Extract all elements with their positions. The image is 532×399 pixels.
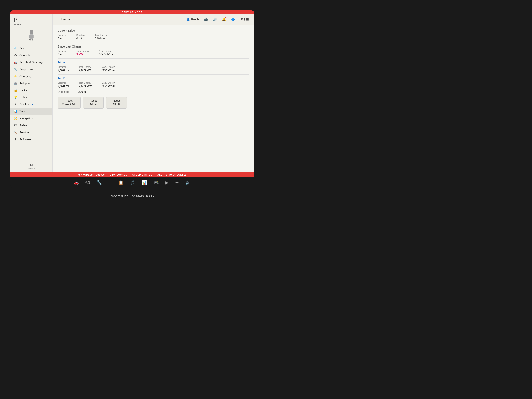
reset-trip-b-button[interactable]: ResetTrip B <box>106 97 127 109</box>
loaner-label: Loaner <box>61 18 71 21</box>
pedals-icon: 🚗 <box>14 61 17 64</box>
nav-locks-label: Locks <box>19 89 27 92</box>
trip-b-total-energy-label: Total Energy <box>79 82 93 84</box>
car-silhouette <box>26 27 37 44</box>
gtw-text: GTW LOCKED <box>110 173 127 176</box>
nav-charging[interactable]: ⚡ Charging <box>10 73 52 80</box>
alerts-text: ALERTS TO CHECK: 22 <box>157 173 187 176</box>
divider-1 <box>58 43 249 43</box>
trip-a-total-energy-label: Total Energy <box>79 66 93 68</box>
display-dot <box>32 104 33 105</box>
nav-locks[interactable]: 🔒 Locks <box>10 87 52 94</box>
charge-energy-total-label: Total Energy <box>76 50 89 52</box>
nav-safety[interactable]: 🛡 Safety <box>10 122 52 129</box>
nav-lights[interactable]: 💡 Lights <box>10 94 52 101</box>
charging-icon: ⚡ <box>14 75 17 78</box>
odometer-label: Odometer <box>58 90 70 93</box>
gear-status: Parked <box>14 23 21 25</box>
nav-suspension[interactable]: 🔧 Suspension <box>10 66 52 73</box>
since-charge-stats: Distance 6 mi Total Energy 3 kWh Avg. En… <box>58 50 249 56</box>
search-icon: 🔍 <box>14 46 17 50</box>
nav-navigation[interactable]: 🧭 Navigation <box>10 115 52 122</box>
trip-b-distance-value: 7,370 mi <box>58 84 69 88</box>
speed-text: SPEED LIMITED <box>132 173 152 176</box>
trip-b-total-energy-item: Total Energy 2,683 kWh <box>79 82 93 88</box>
controls-icon: ⚙ <box>14 53 17 57</box>
camera-icon[interactable]: 📹 <box>203 17 209 22</box>
audio-icon[interactable]: 🔊 <box>212 17 218 22</box>
trip-a-avg-energy-item: Avg. Energy 364 Wh/mi <box>102 66 116 72</box>
nav-safety-label: Safety <box>19 124 28 127</box>
neutral-status: Neutral <box>14 167 49 170</box>
svg-point-6 <box>32 39 33 40</box>
divider-3 <box>58 74 249 75</box>
profile-icon: 👤 <box>186 18 190 21</box>
signal-icon: LTE ▊▊▊ <box>239 17 250 21</box>
nav-autopilot-label: Autopilot <box>19 82 31 85</box>
nav-software[interactable]: ⬇ Software <box>10 136 52 143</box>
nav-service-label: Service <box>19 131 29 134</box>
taskbar-chart-icon[interactable]: 📊 <box>142 180 147 185</box>
trips-icon: 📊 <box>14 110 17 113</box>
nav-search-label: Search <box>19 46 28 50</box>
taskbar-clipboard-icon[interactable]: 📋 <box>118 180 124 185</box>
current-energy-item: Avg. Energy 0 Wh/mi <box>95 34 107 40</box>
taskbar-settings-icon[interactable]: 🔧 <box>97 180 102 185</box>
display-icon: 🖥 <box>14 103 17 106</box>
reset-trip-a-button[interactable]: ResetTrip A <box>83 97 104 109</box>
safety-icon: 🛡 <box>14 124 17 127</box>
reset-current-trip-button[interactable]: ResetCurrent Trip <box>58 97 81 109</box>
taskbar-dots-icon[interactable]: ··· <box>108 180 112 185</box>
current-energy-value: 0 Wh/mi <box>95 37 107 40</box>
nav-pedals-label: Pedals & Steering <box>19 61 43 64</box>
nav-autopilot[interactable]: 🤖 Autopilot <box>10 80 52 87</box>
nav-search[interactable]: 🔍 Search <box>10 44 52 52</box>
nav-controls[interactable]: ⚙ Controls <box>10 52 52 59</box>
current-drive-title: Current Drive <box>58 29 249 32</box>
sidebar: P Parked 🔍 Search <box>10 14 53 172</box>
alert-banner: 7SAXCDE58PF381869 GTW LOCKED SPEED LIMIT… <box>10 172 254 177</box>
trip-a-distance-label: Distance <box>58 66 69 68</box>
taskbar-play-icon[interactable]: ▶ <box>165 180 169 185</box>
svg-rect-2 <box>29 35 34 38</box>
neutral-letter: N <box>14 163 49 167</box>
footer-text: 000-37769157 - 10/09/2023 - IAA Inc. <box>0 195 266 198</box>
bell-icon[interactable]: 🔔 <box>221 17 227 22</box>
since-charge-title: Since Last Charge <box>58 45 249 48</box>
nav-trips[interactable]: 📊 Trips <box>10 108 52 115</box>
svg-point-4 <box>30 39 31 40</box>
nav-software-label: Software <box>19 138 31 141</box>
nav-service[interactable]: 🔨 Service <box>10 129 52 136</box>
vin-text: 7SAXCDE58PF381869 <box>78 173 105 176</box>
trip-a-title: Trip A <box>58 61 249 64</box>
taskbar-volume-icon[interactable]: 🔈 <box>185 180 191 185</box>
charge-avg-energy-value: 554 Wh/mi <box>99 53 113 56</box>
nav-trips-label: Trips <box>19 110 26 113</box>
taskbar-menu-icon[interactable]: ☰ <box>175 180 179 185</box>
trip-a-total-energy-value: 2,683 kWh <box>79 69 93 72</box>
charge-distance-value: 6 mi <box>58 53 66 56</box>
taskbar-speed-icon[interactable]: 60 <box>86 180 90 185</box>
tesla-logo: T <box>57 17 59 22</box>
nav-pedals[interactable]: 🚗 Pedals & Steering <box>10 59 52 66</box>
profile-section[interactable]: 👤 Profile <box>186 18 200 21</box>
trip-a-avg-energy-label: Avg. Energy <box>102 66 116 68</box>
service-mode-text: SERVICE MODE <box>122 11 143 13</box>
nav-controls-label: Controls <box>19 53 30 57</box>
suspension-icon: 🔧 <box>14 68 17 71</box>
trip-b-avg-energy-label: Avg. Energy <box>102 82 116 84</box>
neutral-area: N Neutral <box>10 161 52 172</box>
header-title-area: T Loaner <box>57 17 183 22</box>
service-icon: 🔨 <box>14 131 17 134</box>
trip-b-distance-item: Distance 7,370 mi <box>58 82 69 88</box>
current-duration-item: Duration 0 min <box>76 34 85 40</box>
nav-display[interactable]: 🖥 Display <box>10 101 52 108</box>
gear-letter: P <box>14 17 18 23</box>
taskbar-music-icon[interactable]: 🎵 <box>130 180 135 185</box>
lights-icon: 💡 <box>14 96 17 99</box>
taskbar-apps-icon[interactable]: 🎮 <box>154 180 159 185</box>
charge-energy-total-item: Total Energy 3 kWh <box>76 50 89 56</box>
bluetooth-icon[interactable]: 🔷 <box>230 17 236 22</box>
trip-b-total-energy-value: 2,683 kWh <box>79 84 93 88</box>
taskbar-car-icon[interactable]: 🚗 <box>74 180 79 185</box>
